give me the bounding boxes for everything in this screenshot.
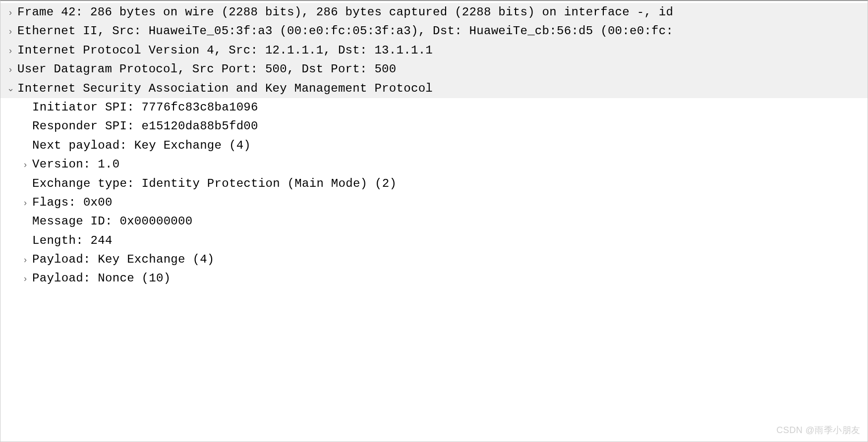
packet-details-panel[interactable]: › Frame 42: 286 bytes on wire (2288 bits… <box>0 1 868 288</box>
tree-row-initiator-spi[interactable]: · Initiator SPI: 7776fc83c8ba1096 <box>0 98 868 117</box>
tree-row-responder-spi[interactable]: · Responder SPI: e15120da88b5fd00 <box>0 117 868 136</box>
tree-row-text: Message ID: 0x00000000 <box>32 212 192 231</box>
chevron-down-icon[interactable]: ⌄ <box>3 81 17 96</box>
chevron-right-icon[interactable]: › <box>18 272 32 286</box>
tree-row-text: Next payload: Key Exchange (4) <box>32 136 251 155</box>
tree-row-text: Length: 244 <box>32 231 113 250</box>
tree-row-exchange-type[interactable]: · Exchange type: Identity Protection (Ma… <box>0 174 868 193</box>
tree-row-text: Exchange type: Identity Protection (Main… <box>32 174 397 193</box>
tree-row-message-id[interactable]: · Message ID: 0x00000000 <box>0 212 868 231</box>
tree-row-text: User Datagram Protocol, Src Port: 500, D… <box>17 60 397 79</box>
tree-row-text: Payload: Key Exchange (4) <box>32 250 215 269</box>
tree-row-payload-key-exchange[interactable]: › Payload: Key Exchange (4) <box>0 250 868 269</box>
tree-row-text: Initiator SPI: 7776fc83c8ba1096 <box>32 98 258 117</box>
chevron-right-icon[interactable]: › <box>3 5 17 20</box>
tree-row-flags[interactable]: › Flags: 0x00 <box>0 193 868 212</box>
tree-row-text: Version: 1.0 <box>32 155 119 174</box>
tree-row-ethernet[interactable]: › Ethernet II, Src: HuaweiTe_05:3f:a3 (0… <box>0 22 868 41</box>
tree-row-version[interactable]: › Version: 1.0 <box>0 155 868 174</box>
tree-row-text: Flags: 0x00 <box>32 193 113 212</box>
tree-row-text: Responder SPI: e15120da88b5fd00 <box>32 117 258 136</box>
chevron-right-icon[interactable]: › <box>18 158 32 172</box>
tree-row-length[interactable]: · Length: 244 <box>0 231 868 250</box>
tree-row-text: Frame 42: 286 bytes on wire (2288 bits),… <box>17 3 673 22</box>
tree-row-text: Payload: Nonce (10) <box>32 269 171 288</box>
chevron-right-icon[interactable]: › <box>3 44 17 58</box>
tree-row-text: Internet Protocol Version 4, Src: 12.1.1… <box>17 41 433 60</box>
tree-row-text: Ethernet II, Src: HuaweiTe_05:3f:a3 (00:… <box>17 22 673 41</box>
tree-row-isakmp[interactable]: ⌄ Internet Security Association and Key … <box>0 79 868 98</box>
tree-row-udp[interactable]: › User Datagram Protocol, Src Port: 500,… <box>0 60 868 79</box>
tree-row-payload-nonce[interactable]: › Payload: Nonce (10) <box>0 269 868 288</box>
chevron-right-icon[interactable]: › <box>3 24 17 39</box>
chevron-right-icon[interactable]: › <box>18 253 32 267</box>
watermark-text: CSDN @雨季小朋友 <box>776 423 861 438</box>
tree-row-next-payload[interactable]: · Next payload: Key Exchange (4) <box>0 136 868 155</box>
chevron-right-icon[interactable]: › <box>18 196 32 210</box>
tree-row-ipv4[interactable]: › Internet Protocol Version 4, Src: 12.1… <box>0 41 868 60</box>
tree-row-frame[interactable]: › Frame 42: 286 bytes on wire (2288 bits… <box>0 3 868 22</box>
tree-row-text: Internet Security Association and Key Ma… <box>17 79 433 98</box>
chevron-right-icon[interactable]: › <box>3 62 17 77</box>
